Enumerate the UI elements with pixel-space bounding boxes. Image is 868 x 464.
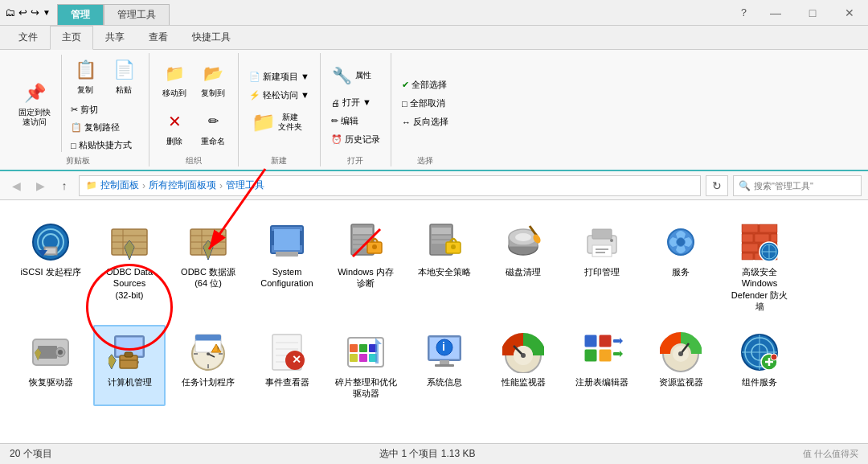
sys-info-label: 系统信息 [427, 376, 462, 388]
edit-icon: ✏ [331, 116, 338, 126]
svg-point-72 [58, 350, 63, 355]
rename-icon: ✏ [200, 109, 226, 134]
qat-dropdown[interactable]: ▼ [43, 8, 51, 17]
svg-rect-80 [125, 352, 133, 357]
icon-task-sched[interactable]: ! 任务计划程序 [172, 325, 244, 406]
icon-disk-clean[interactable]: 磁盘清理 [487, 215, 559, 318]
icon-registry[interactable]: 注册表编辑器 [566, 325, 638, 406]
svg-text:i: i [442, 340, 445, 353]
maximize-button[interactable]: □ [794, 0, 831, 26]
svg-rect-123 [599, 335, 612, 347]
forward-button[interactable]: ▶ [31, 176, 50, 195]
refresh-button[interactable]: ↻ [706, 175, 728, 196]
history-button[interactable]: ⏰历史记录 [327, 131, 384, 148]
select-label: 选择 [398, 154, 452, 166]
icon-services[interactable]: 服务 [645, 215, 717, 318]
search-box[interactable]: 🔍 [733, 175, 862, 196]
ribbon-tab-quick-tools[interactable]: 快捷工具 [180, 26, 243, 49]
help-button[interactable]: ？ [731, 6, 757, 20]
copy-path-button[interactable]: 📋复制路径 [67, 119, 142, 136]
svg-rect-56 [760, 224, 777, 232]
icon-print[interactable]: 打印管理 [566, 215, 638, 318]
paste-shortcut-button[interactable]: □粘贴快捷方式 [67, 137, 142, 154]
cut-button[interactable]: ✂剪切 [67, 101, 142, 118]
icon-local-sec[interactable]: 本地安全策略 [408, 215, 481, 318]
new-items: 📄新建项目 ▼ ⚡轻松访问 ▼ 📁 新建文件夹 [245, 53, 313, 154]
copy-button[interactable]: 📋 复制 [67, 53, 104, 100]
icon-firewall[interactable]: 高级安全 Windows Defender 防火墙 [723, 215, 796, 318]
deselect-all-button[interactable]: □全部取消 [398, 95, 449, 112]
ribbon-group-new: 📄新建项目 ▼ ⚡轻松访问 ▼ 📁 新建文件夹 新建 [239, 53, 321, 166]
edit-button[interactable]: ✏编辑 [327, 113, 362, 129]
invert-select-button[interactable]: ↔反向选择 [398, 113, 452, 130]
ribbon: 文件 主页 共享 查看 快捷工具 📌 固定到快速访问 [0, 26, 868, 171]
select-all-button[interactable]: ✔全部选择 [398, 76, 451, 93]
back-button[interactable]: ◀ [6, 176, 26, 195]
breadcrumb-manage-tools[interactable]: 管理工具 [226, 179, 264, 192]
icon-iscsi[interactable]: iSCSI 发起程序 [14, 215, 87, 318]
icon-win-mem[interactable]: Windows 内存诊断 [330, 215, 402, 318]
pin-quick-access-button[interactable]: 📌 固定到快速访问 [13, 76, 56, 131]
win-mem-icon [345, 221, 387, 263]
perf-monitor-label: 性能监视器 [502, 376, 546, 388]
ribbon-tab-view[interactable]: 查看 [137, 26, 180, 49]
close-button[interactable]: ✕ [831, 0, 868, 26]
icon-resource-monitor[interactable]: 资源监视器 [645, 325, 717, 406]
icon-sys-config[interactable]: System Configuration [251, 215, 323, 318]
svg-rect-50 [596, 252, 605, 253]
delete-icon: ✕ [162, 109, 187, 134]
paste-icon: 📄 [111, 57, 137, 83]
odbc32-label: ODBC Data Sources (32‑bit) [98, 266, 161, 301]
properties-button[interactable]: 🔧 属性 [327, 59, 377, 92]
icon-perf-monitor[interactable]: 性能监视器 [487, 325, 559, 406]
qat-icon-3[interactable]: ↪ [31, 6, 39, 18]
search-input[interactable] [754, 181, 865, 191]
icon-computer-mgmt[interactable]: 计算机管理 [93, 325, 166, 406]
svg-rect-25 [300, 231, 303, 245]
minimize-button[interactable]: — [757, 0, 794, 26]
ribbon-tab-file[interactable]: 文件 [6, 26, 50, 49]
copy-to-button[interactable]: 📂 复制到 [194, 56, 231, 103]
svg-rect-130 [613, 339, 620, 343]
ribbon-tabs: 文件 主页 共享 查看 快捷工具 [0, 26, 868, 49]
firewall-icon [739, 221, 780, 263]
icon-sys-info[interactable]: i 系统信息 [408, 325, 481, 406]
easy-access-button[interactable]: ⚡轻松访问 ▼ [245, 87, 313, 104]
icon-odbc64[interactable]: ODBC 数据源 (64 位) [172, 215, 244, 318]
rename-button[interactable]: ✏ 重命名 [194, 105, 231, 151]
svg-rect-105 [350, 344, 358, 352]
search-icon: 🔍 [739, 180, 751, 191]
move-to-button[interactable]: 📁 移动到 [156, 56, 193, 103]
open-label: 打开 [327, 154, 384, 166]
title-tab-manage[interactable]: 管理 [57, 4, 104, 25]
open-button[interactable]: 🖨打开 ▼ [327, 94, 375, 111]
breadcrumb-all-items[interactable]: 所有控制面板项 [149, 179, 216, 192]
svg-rect-49 [596, 248, 608, 250]
qat-icon-1[interactable]: 🗂 [5, 6, 15, 18]
paste-button[interactable]: 📄 粘贴 [105, 53, 142, 100]
svg-rect-131 [613, 352, 620, 355]
title-tab-manage-tools[interactable]: 管理工具 [104, 4, 170, 25]
new-label: 新建 [245, 154, 313, 166]
up-button[interactable]: ↑ [55, 176, 74, 195]
icon-component-svc[interactable]: 组件服务 [723, 325, 796, 406]
resource-monitor-label: 资源监视器 [659, 376, 703, 388]
separator [61, 55, 62, 152]
ribbon-group-clipboard: 📌 固定到快速访问 📋 复制 📄 粘贴 [6, 53, 149, 166]
icon-defrag[interactable]: 碎片整理和优化驱动器 [330, 325, 402, 406]
icon-event-viewer[interactable]: ✕ 事件查看器 [251, 325, 323, 406]
address-path[interactable]: 📁 控制面板 › 所有控制面板项 › 管理工具 [79, 175, 701, 196]
icon-recover-drive[interactable]: 恢复驱动器 [14, 325, 87, 406]
svg-rect-125 [599, 349, 612, 362]
svg-text:✕: ✕ [292, 353, 301, 366]
delete-button[interactable]: ✕ 删除 [156, 105, 193, 151]
svg-rect-57 [742, 234, 753, 242]
new-item-button[interactable]: 📄新建项目 ▼ [245, 68, 313, 85]
new-folder-button[interactable]: 📁 新建文件夹 [245, 105, 308, 139]
breadcrumb-control-panel[interactable]: 控制面板 [100, 179, 139, 192]
task-sched-label: 任务计划程序 [182, 376, 235, 388]
ribbon-tab-home[interactable]: 主页 [50, 26, 93, 50]
icon-odbc32[interactable]: ODBC Data Sources (32‑bit) [93, 215, 166, 318]
ribbon-tab-share[interactable]: 共享 [93, 26, 137, 49]
qat-icon-2[interactable]: ↩ [18, 6, 27, 18]
